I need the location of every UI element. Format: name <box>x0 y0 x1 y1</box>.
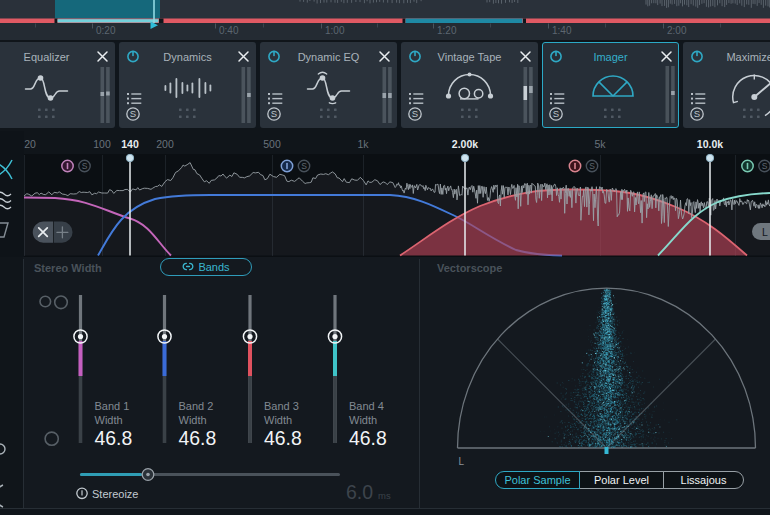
svg-text:100: 100 <box>93 138 111 150</box>
svg-text:Vintage Tape: Vintage Tape <box>438 51 502 63</box>
svg-text:L: L <box>459 456 465 467</box>
svg-text:20: 20 <box>24 138 36 150</box>
svg-text:46.8: 46.8 <box>95 427 133 449</box>
svg-text:S: S <box>82 161 88 171</box>
svg-text:6.0: 6.0 <box>346 481 373 503</box>
svg-text:500: 500 <box>263 138 281 150</box>
svg-text:1:20: 1:20 <box>437 25 457 36</box>
svg-text:Stereoize: Stereoize <box>92 488 138 500</box>
svg-text:S: S <box>271 108 277 119</box>
svg-text:Imager: Imager <box>593 51 628 63</box>
svg-text:2:00: 2:00 <box>667 25 687 36</box>
svg-text:1:40: 1:40 <box>552 25 572 36</box>
svg-text:S: S <box>412 108 418 119</box>
svg-text:5k: 5k <box>594 138 606 150</box>
svg-text:0:20: 0:20 <box>96 25 116 36</box>
svg-text:Band 3: Band 3 <box>264 400 299 412</box>
svg-text:46.8: 46.8 <box>349 427 387 449</box>
svg-text:S: S <box>301 161 307 171</box>
svg-text:Width: Width <box>95 414 123 426</box>
svg-text:S: S <box>762 161 768 171</box>
svg-text:Width: Width <box>349 414 377 426</box>
svg-text:S: S <box>553 108 559 119</box>
svg-text:0:40: 0:40 <box>219 25 239 36</box>
svg-text:200: 200 <box>156 138 174 150</box>
svg-text:L: L <box>762 226 768 238</box>
svg-text:Band 1: Band 1 <box>95 400 130 412</box>
svg-text:S: S <box>130 108 136 119</box>
svg-text:S: S <box>589 161 595 171</box>
svg-text:Band 2: Band 2 <box>179 400 214 412</box>
svg-text:S: S <box>694 108 700 119</box>
svg-text:Equalizer: Equalizer <box>24 51 70 63</box>
svg-text:ms: ms <box>378 490 391 501</box>
svg-text:Maximizer: Maximizer <box>726 51 770 63</box>
svg-text:Dynamic EQ: Dynamic EQ <box>298 51 360 63</box>
svg-text:1:00: 1:00 <box>325 25 345 36</box>
svg-text:10.0k: 10.0k <box>697 138 723 150</box>
svg-text:Width: Width <box>264 414 292 426</box>
svg-text:Width: Width <box>179 414 207 426</box>
svg-text:140: 140 <box>121 138 139 150</box>
svg-text:46.8: 46.8 <box>264 427 302 449</box>
svg-text:1k: 1k <box>357 138 369 150</box>
svg-text:2.00k: 2.00k <box>452 138 478 150</box>
svg-text:Band 4: Band 4 <box>349 400 384 412</box>
svg-text:46.8: 46.8 <box>179 427 217 449</box>
svg-text:Dynamics: Dynamics <box>163 51 212 63</box>
